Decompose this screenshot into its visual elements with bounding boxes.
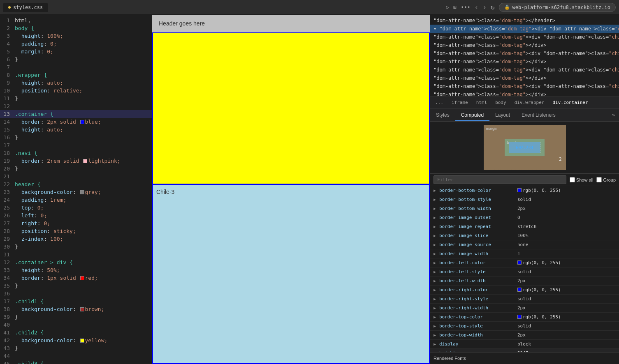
editor-line-41[interactable]: 41.child2 { bbox=[0, 329, 152, 336]
editor-line-21[interactable]: 21 bbox=[0, 173, 152, 180]
computed-prop-border-image-repeat[interactable]: ▶border-image-repeatstretch bbox=[430, 222, 619, 231]
editor-line-40[interactable]: 40 bbox=[0, 321, 152, 329]
editor-line-6[interactable]: 6} bbox=[0, 55, 152, 63]
breadcrumb-item-3[interactable]: body bbox=[493, 99, 509, 106]
editor-line-38[interactable]: 38 background-color: brown; bbox=[0, 305, 152, 313]
dom-tree-line[interactable]: ▾ "dom-attr-name">class="dom-tag"><div "… bbox=[430, 25, 619, 33]
editor-line-4[interactable]: 4 padding: 0; bbox=[0, 40, 152, 48]
editor-line-35[interactable]: 35} bbox=[0, 282, 152, 290]
editor-line-11[interactable]: 11} bbox=[0, 94, 152, 102]
breadcrumb-item-5[interactable]: div.container bbox=[550, 99, 590, 106]
editor-line-7[interactable]: 7 bbox=[0, 63, 152, 71]
editor-line-5[interactable]: 5 margin: 0; bbox=[0, 48, 152, 55]
editor-line-13[interactable]: 13.container { bbox=[0, 110, 152, 118]
editor-line-15[interactable]: 15 height: auto; bbox=[0, 126, 152, 134]
editor-line-20[interactable]: 20} bbox=[0, 165, 152, 173]
breadcrumb-item-0[interactable]: ... bbox=[433, 99, 446, 106]
editor-line-32[interactable]: 32.container > div { bbox=[0, 258, 152, 266]
editor-line-43[interactable]: 43} bbox=[0, 344, 152, 352]
dom-tree-line[interactable]: "dom-attr-name">class="dom-tag"><div "do… bbox=[430, 33, 619, 41]
breadcrumb-item-2[interactable]: html bbox=[474, 99, 490, 106]
editor-line-1[interactable]: 1html, bbox=[0, 16, 152, 24]
editor-line-39[interactable]: 39} bbox=[0, 313, 152, 321]
computed-list[interactable]: ▶border-bottom-colorrgb(0, 0, 255)▶borde… bbox=[430, 186, 619, 352]
computed-prop-border-left-color[interactable]: ▶border-left-colorrgb(0, 0, 255) bbox=[430, 258, 619, 267]
computed-prop-border-top-color[interactable]: ▶border-top-colorrgb(0, 0, 255) bbox=[430, 313, 619, 322]
computed-prop-border-bottom-width[interactable]: ▶border-bottom-width2px bbox=[430, 204, 619, 213]
editor-line-3[interactable]: 3 height: 100%; bbox=[0, 32, 152, 40]
nav-icon-grid[interactable]: ⊞ bbox=[453, 4, 457, 10]
computed-prop-border-bottom-style[interactable]: ▶border-bottom-stylesolid bbox=[430, 195, 619, 204]
computed-prop-border-left-style[interactable]: ▶border-left-stylesolid bbox=[430, 267, 619, 276]
editor-line-16[interactable]: 16} bbox=[0, 134, 152, 141]
devtools-tab-layout[interactable]: Layout bbox=[489, 110, 516, 121]
show-all-label[interactable]: Show all bbox=[570, 177, 593, 182]
editor-line-23[interactable]: 23 background-color: gray; bbox=[0, 188, 152, 196]
editor-line-29[interactable]: 29 z-index: 100; bbox=[0, 235, 152, 243]
nav-back-button[interactable]: ‹ bbox=[475, 3, 479, 11]
editor-line-25[interactable]: 25 top: 0; bbox=[0, 204, 152, 212]
editor-line-28[interactable]: 28 position: sticky; bbox=[0, 227, 152, 235]
computed-prop-border-top-style[interactable]: ▶border-top-stylesolid bbox=[430, 322, 619, 331]
editor-content[interactable]: 1html,2body {3 height: 100%;4 padding: 0… bbox=[0, 15, 152, 364]
dom-tree-line[interactable]: "dom-attr-name">class="dom-tag"><div "do… bbox=[430, 82, 619, 90]
computed-prop-border-right-color[interactable]: ▶border-right-colorrgb(0, 0, 255) bbox=[430, 286, 619, 295]
dom-tree[interactable]: "dom-attr-name">class="dom-tag"></header… bbox=[430, 15, 619, 97]
editor-line-44[interactable]: 44 bbox=[0, 352, 152, 360]
editor-line-2[interactable]: 2body { bbox=[0, 24, 152, 32]
editor-line-27[interactable]: 27 right: 0; bbox=[0, 219, 152, 227]
url-bar[interactable]: 🔒 web-platform-s62fu8.stackblitz.io bbox=[499, 3, 616, 12]
devtools-tab-event-listeners[interactable]: Event Listeners bbox=[516, 110, 561, 121]
editor-line-45[interactable]: 45.child3 { bbox=[0, 360, 152, 364]
devtools-tab-computed[interactable]: Computed bbox=[455, 110, 489, 121]
editor-line-12[interactable]: 12 bbox=[0, 102, 152, 110]
computed-prop-border-image-outset[interactable]: ▶border-image-outset0 bbox=[430, 213, 619, 222]
computed-prop-display[interactable]: ▶displayblock bbox=[430, 340, 619, 349]
computed-prop-border-image-width[interactable]: ▶border-image-width1 bbox=[430, 249, 619, 258]
devtools-tab-styles[interactable]: Styles bbox=[430, 110, 455, 121]
editor-line-26[interactable]: 26 left: 0; bbox=[0, 212, 152, 219]
computed-prop-border-bottom-color[interactable]: ▶border-bottom-colorrgb(0, 0, 255) bbox=[430, 186, 619, 195]
dom-tree-line[interactable]: "dom-attr-name">class="dom-tag"></div> bbox=[430, 90, 619, 97]
computed-prop-border-right-style[interactable]: ▶border-right-stylesolid bbox=[430, 295, 619, 304]
computed-prop-border-image-source[interactable]: ▶border-image-sourcenone bbox=[430, 240, 619, 249]
dom-tree-line[interactable]: "dom-attr-name">class="dom-tag"></div> bbox=[430, 41, 619, 49]
computed-prop-border-image-slice[interactable]: ▶border-image-slice100% bbox=[430, 231, 619, 240]
editor-tab[interactable]: styles.css bbox=[3, 3, 48, 12]
editor-line-10[interactable]: 10 position: relative; bbox=[0, 87, 152, 94]
nav-reload-button[interactable]: ↻ bbox=[491, 3, 495, 11]
dom-tree-line[interactable]: "dom-attr-name">class="dom-tag"></div> bbox=[430, 74, 619, 82]
editor-line-34[interactable]: 34 border: 1px solid red; bbox=[0, 274, 152, 282]
nav-icon-p[interactable]: ▷ bbox=[446, 4, 450, 10]
computed-prop-border-left-width[interactable]: ▶border-left-width2px bbox=[430, 276, 619, 286]
editor-line-33[interactable]: 33 height: 50%; bbox=[0, 266, 152, 274]
editor-line-19[interactable]: 19 border: 2rem solid lightpink; bbox=[0, 157, 152, 165]
editor-line-9[interactable]: 9 height: auto; bbox=[0, 79, 152, 87]
nav-forward-button[interactable]: › bbox=[482, 3, 487, 11]
editor-line-24[interactable]: 24 padding: 1rem; bbox=[0, 196, 152, 204]
editor-line-22[interactable]: 22header { bbox=[0, 180, 152, 188]
devtools-tab-»[interactable]: » bbox=[608, 110, 619, 121]
editor-line-36[interactable]: 36 bbox=[0, 290, 152, 297]
editor-line-8[interactable]: 8.wrapper { bbox=[0, 71, 152, 79]
dom-tree-line[interactable]: "dom-attr-name">class="dom-tag"></div> bbox=[430, 58, 619, 66]
breadcrumb-item-1[interactable]: iframe bbox=[449, 99, 471, 106]
breadcrumb-item-4[interactable]: div.wrapper bbox=[512, 99, 547, 106]
nav-icon-more[interactable]: ••• bbox=[461, 4, 470, 10]
group-checkbox[interactable] bbox=[596, 177, 602, 182]
computed-prop-height[interactable]: ▼height2947px bbox=[430, 349, 619, 352]
dom-tree-line[interactable]: "dom-attr-name">class="dom-tag"><div "do… bbox=[430, 66, 619, 74]
dom-tree-line[interactable]: "dom-attr-name">class="dom-tag"><div "do… bbox=[430, 49, 619, 58]
dom-tree-line[interactable]: "dom-attr-name">class="dom-tag"></header… bbox=[430, 16, 619, 25]
computed-prop-border-top-width[interactable]: ▶border-top-width2px bbox=[430, 331, 619, 340]
editor-line-30[interactable]: 30} bbox=[0, 243, 152, 251]
filter-input[interactable] bbox=[434, 175, 566, 184]
editor-line-42[interactable]: 42 background-color: yellow; bbox=[0, 336, 152, 344]
editor-line-31[interactable]: 31 bbox=[0, 251, 152, 258]
editor-line-14[interactable]: 14 border: 2px solid blue; bbox=[0, 118, 152, 126]
group-label[interactable]: Group bbox=[596, 177, 616, 182]
show-all-checkbox[interactable] bbox=[570, 177, 575, 182]
editor-line-37[interactable]: 37.child1 { bbox=[0, 297, 152, 305]
editor-line-18[interactable]: 18.navi { bbox=[0, 149, 152, 157]
editor-line-17[interactable]: 17 bbox=[0, 141, 152, 149]
